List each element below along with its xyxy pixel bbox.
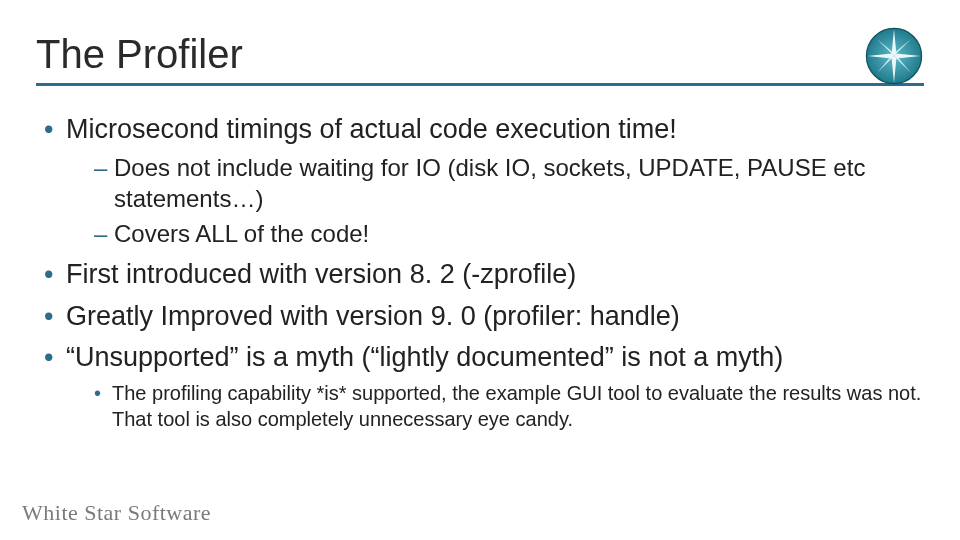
slide: The Profiler Microsecond timings of actu… [0, 0, 960, 540]
compass-star-logo-icon [864, 26, 924, 86]
list-item: Microsecond timings of actual code execu… [44, 112, 924, 249]
subsub-list: The profiling capability *is* supported,… [66, 380, 924, 432]
list-item: The profiling capability *is* supported,… [94, 380, 924, 432]
bullet-list: Microsecond timings of actual code execu… [36, 112, 924, 432]
list-item: First introduced with version 8. 2 (-zpr… [44, 257, 924, 293]
bullet-text: Greatly Improved with version 9. 0 (prof… [66, 301, 680, 331]
bullet-text: Microsecond timings of actual code execu… [66, 114, 677, 144]
bullet-text: The profiling capability *is* supported,… [112, 382, 921, 430]
footer-brand: White Star Software [22, 500, 211, 526]
list-item: Greatly Improved with version 9. 0 (prof… [44, 299, 924, 335]
list-item: Covers ALL of the code! [94, 218, 924, 249]
list-item: “Unsupported” is a myth (“lightly docume… [44, 340, 924, 432]
list-item: Does not include waiting for IO (disk IO… [94, 152, 924, 214]
bullet-text: Covers ALL of the code! [114, 220, 369, 247]
bullet-text: “Unsupported” is a myth (“lightly docume… [66, 342, 783, 372]
bullet-text: First introduced with version 8. 2 (-zpr… [66, 259, 576, 289]
sub-list: Does not include waiting for IO (disk IO… [66, 152, 924, 250]
title-divider [36, 83, 924, 86]
slide-title: The Profiler [36, 32, 924, 77]
bullet-text: Does not include waiting for IO (disk IO… [114, 154, 865, 212]
